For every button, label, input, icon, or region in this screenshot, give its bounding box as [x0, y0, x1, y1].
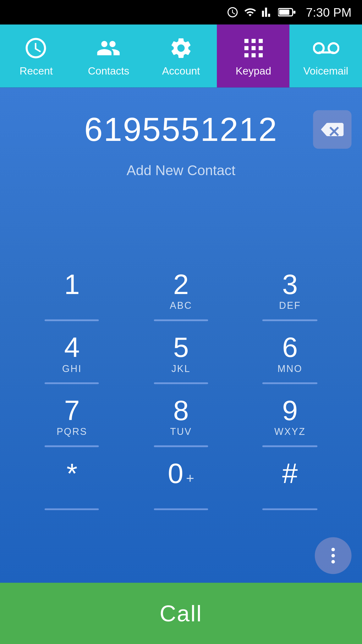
key-5-main: 5	[173, 333, 189, 361]
call-label: Call	[160, 600, 202, 627]
key-4-main: 4	[64, 333, 80, 361]
tab-keypad-label: Keypad	[236, 65, 271, 77]
phone-number: 6195551212	[14, 111, 348, 148]
key-1[interactable]: 1	[18, 262, 127, 325]
dialer: 6195551212 Add New Contact 1 2 ABC 3 DEF…	[0, 87, 362, 644]
key-5[interactable]: 5 JKL	[127, 325, 236, 387]
signal-icon	[261, 6, 274, 18]
wifi-icon	[243, 6, 257, 18]
call-button[interactable]: Call	[0, 583, 362, 644]
key-hash[interactable]: #	[235, 451, 344, 514]
tab-contacts-label: Contacts	[88, 65, 129, 77]
tab-contacts[interactable]: Contacts	[72, 25, 145, 87]
key-star[interactable]: *	[18, 451, 127, 514]
key-0-digit: 0	[168, 459, 184, 487]
key-8-main: 8	[173, 397, 189, 425]
delete-button[interactable]	[313, 110, 351, 149]
key-9[interactable]: 9 WXYZ	[235, 388, 344, 451]
key-0-main: 0+	[168, 459, 194, 487]
tab-account[interactable]: Account	[145, 25, 217, 87]
key-0-plus: +	[186, 472, 194, 486]
key-3-sub: DEF	[279, 300, 301, 312]
key-2[interactable]: 2 ABC	[127, 262, 236, 325]
alarm-icon	[226, 6, 239, 18]
voicemail-icon	[313, 35, 339, 61]
tab-voicemail[interactable]: Voicemail	[290, 25, 362, 87]
tab-recent-label: Recent	[19, 65, 53, 77]
key-7-main: 7	[64, 397, 80, 425]
key-8-sub: TUV	[170, 426, 192, 438]
key-2-main: 2	[173, 270, 189, 298]
svg-rect-5	[318, 51, 333, 53]
clock-icon	[23, 35, 49, 61]
svg-rect-2	[293, 11, 295, 14]
svg-rect-1	[279, 10, 289, 15]
gear-icon	[168, 35, 194, 61]
status-icons	[226, 6, 295, 18]
key-9-main: 9	[282, 397, 298, 425]
more-dots-icon	[332, 548, 335, 564]
key-2-sub: ABC	[170, 300, 192, 312]
key-6[interactable]: 6 MNO	[235, 325, 344, 387]
key-hash-main: #	[282, 459, 298, 487]
more-options-button[interactable]	[315, 537, 352, 574]
key-3[interactable]: 3 DEF	[235, 262, 344, 325]
backspace-icon	[321, 120, 343, 139]
status-bar: 7:30 PM	[0, 0, 362, 25]
key-9-sub: WXYZ	[274, 426, 306, 438]
nav-tabs: Recent Contacts Account Keypad	[0, 25, 362, 87]
add-contact-label: Add New Contact	[127, 163, 235, 178]
key-5-sub: JKL	[171, 363, 190, 375]
key-1-main: 1	[64, 270, 80, 298]
key-8[interactable]: 8 TUV	[127, 388, 236, 451]
number-display: 6195551212	[0, 87, 362, 158]
key-6-sub: MNO	[277, 363, 303, 375]
battery-icon	[278, 7, 295, 17]
keypad-grid: 1 2 ABC 3 DEF 4 GHI 5 JKL 6 MNO 7 PQRS	[0, 192, 362, 583]
keypad-icon	[240, 35, 266, 61]
key-star-main: *	[67, 459, 78, 487]
contacts-icon	[96, 35, 122, 61]
tab-keypad[interactable]: Keypad	[217, 25, 289, 87]
key-6-main: 6	[282, 333, 298, 361]
tab-recent[interactable]: Recent	[0, 25, 72, 87]
key-4[interactable]: 4 GHI	[18, 325, 127, 387]
tab-voicemail-label: Voicemail	[303, 65, 348, 77]
key-3-main: 3	[282, 270, 298, 298]
key-7-sub: PQRS	[57, 426, 87, 438]
key-4-sub: GHI	[62, 363, 82, 375]
key-0[interactable]: 0+	[127, 451, 236, 514]
status-time: 7:30 PM	[306, 5, 352, 19]
key-7[interactable]: 7 PQRS	[18, 388, 127, 451]
tab-account-label: Account	[162, 65, 200, 77]
add-contact[interactable]: Add New Contact	[0, 158, 362, 192]
